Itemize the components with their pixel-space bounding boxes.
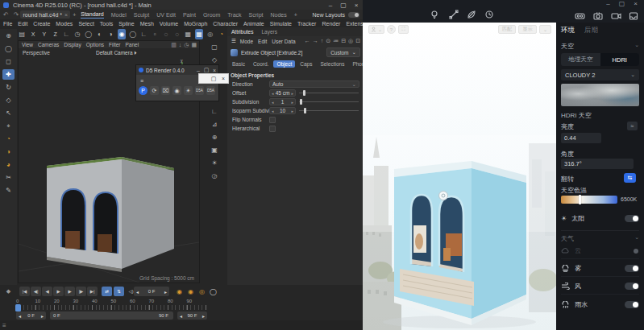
brush-tool-icon[interactable]: ◑ [2, 146, 15, 157]
minimize-button[interactable]: – [324, 2, 337, 9]
layout-tab[interactable]: Paint [183, 11, 196, 19]
snap-active-icon[interactable]: ▦ [195, 29, 204, 39]
d5-app-close-button[interactable]: × [629, 0, 642, 7]
sync-path-icon[interactable] [448, 9, 459, 20]
attribute-tab[interactable]: Caps [297, 60, 315, 68]
display-mode-button[interactable]: 显示 [518, 25, 537, 34]
filter-icon[interactable]: ≔ [333, 38, 339, 44]
layout-tab[interactable]: + [294, 11, 297, 19]
grid-snap-icon[interactable]: ▦ [184, 29, 193, 39]
fragment-close-button[interactable]: × [218, 76, 228, 81]
layout-tab[interactable]: Sculpt [134, 11, 149, 19]
help-button[interactable]: ? [387, 25, 396, 34]
flip-button[interactable]: ⇆ [624, 173, 636, 183]
viewport-menu-item[interactable]: Filter [109, 42, 120, 47]
menu-item[interactable]: MoGraph [184, 21, 207, 27]
attribute-tab[interactable]: Object [273, 60, 295, 68]
hdri-preview[interactable] [561, 84, 639, 106]
viewport-menu-item[interactable]: Cameras [38, 42, 59, 47]
menu-item[interactable]: Spline [118, 21, 134, 27]
menu-item[interactable]: Modes [56, 21, 73, 27]
menu-item[interactable]: Simulate [270, 21, 292, 27]
menu-item[interactable]: File [3, 21, 12, 27]
dot-icon[interactable]: ▫ [151, 29, 160, 39]
playhead[interactable] [15, 304, 21, 311]
chevron-down-icon[interactable]: ⌄ [634, 234, 639, 243]
fragment-maximize-button[interactable]: ▢ [209, 76, 218, 82]
magnet-tool-icon[interactable]: ◕ [2, 159, 15, 170]
sky-mode-tab[interactable]: 地理天空 [561, 53, 600, 66]
background-window-fragment[interactable]: ▢ × [198, 73, 229, 84]
d5-maximize-button[interactable]: ▢ [202, 67, 210, 73]
attribute-menu-item[interactable]: Mode [240, 39, 253, 44]
vp-clock-icon[interactable]: ◷ [184, 42, 189, 48]
playback-range-button[interactable]: ⇅ [114, 287, 124, 296]
lock-icon[interactable]: ⊟ [341, 38, 346, 44]
color-temperature-slider[interactable] [561, 196, 617, 204]
expand-button[interactable]: ⛶ [398, 25, 409, 34]
weather-section-label[interactable]: 天气 [561, 234, 574, 243]
material-icon[interactable]: ◐ [95, 29, 104, 39]
render-view-icon[interactable]: ▤ [18, 29, 27, 39]
live-selection-icon[interactable]: ◯ [2, 43, 15, 54]
vp-pin-icon[interactable]: ↓ [179, 42, 182, 48]
panel-tab[interactable]: 环境 [561, 26, 575, 35]
playback-loop-button[interactable]: ⇄ [102, 287, 112, 296]
ruler-ticks[interactable] [16, 305, 206, 310]
layout-tab[interactable]: Model [111, 11, 127, 19]
back-icon[interactable]: ← [305, 38, 310, 44]
viewport-menu-item[interactable]: Display [64, 42, 81, 47]
render-settings-icon[interactable]: ◯ [84, 29, 93, 39]
hierarchical-checkbox[interactable] [269, 126, 276, 132]
projection-label[interactable]: Perspective [23, 50, 50, 56]
axis-center-icon[interactable]: ⌖ [2, 121, 15, 131]
corner-icon[interactable]: ∟ [139, 29, 148, 39]
attribute-panel-tab[interactable]: Layers [261, 29, 277, 35]
attribute-menu-item[interactable]: User Data [272, 39, 295, 44]
coord-system-icon[interactable]: ∟ [62, 29, 71, 39]
camera-label[interactable]: Default Camera ⏵ [96, 50, 137, 56]
d5-app-maximize-button[interactable]: ▢ [615, 0, 629, 7]
status-menu-icon[interactable]: ≡ [2, 322, 6, 329]
layout-tab[interactable]: Track [227, 11, 241, 19]
view-options-button[interactable]: ⌄ [539, 25, 551, 34]
menu-item[interactable]: Edit [18, 21, 27, 27]
play-button[interactable]: ▶ [53, 287, 64, 296]
light-sync-icon[interactable]: ☀ [184, 86, 193, 95]
d5-viewport[interactable]: ⌄ ? ⛶ 匹配 显示 ⌄ [363, 23, 556, 330]
bend-deformer-icon[interactable]: ⊿ [208, 119, 221, 130]
doc-close-icon[interactable]: × [64, 12, 68, 18]
menu-item[interactable]: Tracker [297, 21, 316, 27]
viewport-menu-item[interactable]: Options [86, 42, 104, 47]
attribute-tab[interactable]: Basic [229, 60, 248, 68]
light-tool-icon[interactable] [429, 9, 440, 20]
vegetation-tool-icon[interactable] [466, 9, 477, 20]
import-d5a-icon[interactable]: D5A [206, 86, 215, 95]
offset-slider[interactable] [299, 89, 359, 97]
next-key-button[interactable]: |▶ [76, 287, 86, 296]
goto-end-button[interactable]: ▶| [87, 287, 98, 296]
rotate-tool-icon[interactable]: ↻ [2, 82, 15, 93]
compass-tool-icon[interactable]: ◶ [208, 171, 221, 181]
sun-toggle[interactable] [625, 215, 639, 222]
timeline-ruler[interactable]: 0102030405060708090 [16, 299, 206, 303]
keyframe-options-button[interactable]: ◎ [197, 287, 207, 296]
d5-app-minimize-button[interactable]: – [601, 0, 615, 7]
hdri-dropdown[interactable]: CLOUDY 2 ⌄ [561, 69, 639, 80]
rect-selection-icon[interactable]: ◻ [2, 56, 15, 67]
add-document-button[interactable]: + [73, 12, 76, 18]
menu-item[interactable]: Render [322, 21, 340, 27]
panel-menu-icon[interactable]: ☰ [231, 38, 236, 44]
panel-tab[interactable]: 后期 [584, 26, 598, 35]
key-selection-button[interactable]: ◯ [208, 287, 218, 296]
maximize-button[interactable]: ▢ [337, 2, 350, 9]
refresh-sync-icon[interactable]: ⟳ [150, 86, 159, 95]
close-button[interactable]: × [350, 2, 363, 9]
vp-shading-icon[interactable]: ▥ [171, 42, 177, 48]
model-mode-icon[interactable]: ▢ [208, 42, 221, 52]
layout-tab[interactable]: Script [249, 11, 264, 19]
knife-tool-icon[interactable]: ✂ [2, 172, 15, 183]
shading-icon[interactable]: ◑ [106, 29, 115, 39]
rain-toggle[interactable] [625, 301, 639, 308]
layout-tab[interactable]: Nodes [270, 11, 286, 19]
